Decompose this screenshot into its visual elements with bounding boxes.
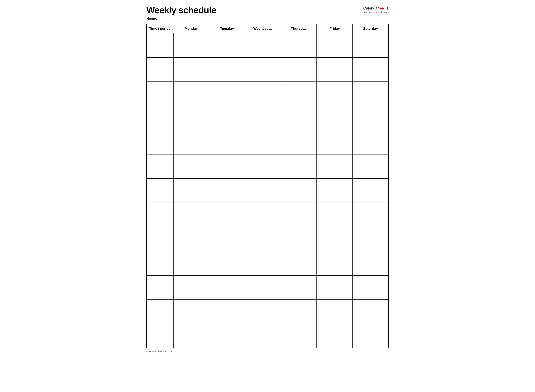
day-cell[interactable]	[281, 130, 317, 154]
day-cell[interactable]	[209, 82, 245, 106]
day-cell[interactable]	[353, 251, 389, 275]
day-cell[interactable]	[173, 203, 209, 227]
day-cell[interactable]	[353, 178, 389, 203]
day-cell[interactable]	[353, 82, 389, 106]
time-cell[interactable]	[146, 154, 173, 178]
col-header-saturday: Saturday	[353, 24, 389, 33]
day-cell[interactable]	[317, 203, 352, 227]
table-row	[146, 300, 389, 324]
day-cell[interactable]	[245, 130, 281, 154]
day-cell[interactable]	[173, 130, 209, 154]
day-cell[interactable]	[281, 154, 317, 178]
day-cell[interactable]	[353, 227, 389, 251]
day-cell[interactable]	[317, 275, 352, 300]
day-cell[interactable]	[281, 324, 317, 348]
day-cell[interactable]	[281, 106, 317, 130]
day-cell[interactable]	[245, 178, 281, 203]
day-cell[interactable]	[173, 106, 209, 130]
day-cell[interactable]	[353, 106, 389, 130]
day-cell[interactable]	[209, 33, 245, 57]
time-cell[interactable]	[146, 178, 173, 203]
col-header-wednesday: Wednesday	[245, 24, 281, 33]
day-cell[interactable]	[173, 227, 209, 251]
day-cell[interactable]	[353, 203, 389, 227]
day-cell[interactable]	[281, 203, 317, 227]
day-cell[interactable]	[245, 57, 281, 82]
day-cell[interactable]	[281, 227, 317, 251]
day-cell[interactable]	[173, 154, 209, 178]
day-cell[interactable]	[281, 251, 317, 275]
day-cell[interactable]	[173, 33, 209, 57]
day-cell[interactable]	[209, 154, 245, 178]
day-cell[interactable]	[353, 130, 389, 154]
day-cell[interactable]	[209, 251, 245, 275]
day-cell[interactable]	[317, 106, 352, 130]
day-cell[interactable]	[245, 82, 281, 106]
day-cell[interactable]	[353, 324, 389, 348]
day-cell[interactable]	[209, 300, 245, 324]
day-cell[interactable]	[209, 203, 245, 227]
day-cell[interactable]	[209, 130, 245, 154]
day-cell[interactable]	[245, 300, 281, 324]
day-cell[interactable]	[317, 154, 352, 178]
col-header-monday: Monday	[173, 24, 209, 33]
day-cell[interactable]	[281, 33, 317, 57]
day-cell[interactable]	[353, 57, 389, 82]
day-cell[interactable]	[173, 324, 209, 348]
time-cell[interactable]	[146, 33, 173, 57]
schedule-table: Time / period Monday Tuesday Wednesday T…	[146, 24, 389, 348]
time-cell[interactable]	[146, 275, 173, 300]
day-cell[interactable]	[173, 178, 209, 203]
day-cell[interactable]	[353, 300, 389, 324]
day-cell[interactable]	[209, 178, 245, 203]
day-cell[interactable]	[209, 324, 245, 348]
table-row	[146, 227, 389, 251]
day-cell[interactable]	[353, 154, 389, 178]
day-cell[interactable]	[209, 106, 245, 130]
day-cell[interactable]	[209, 275, 245, 300]
time-cell[interactable]	[146, 227, 173, 251]
day-cell[interactable]	[173, 82, 209, 106]
page-header: Weekly schedule Name: Calendarpedia Your…	[146, 5, 389, 20]
time-cell[interactable]	[146, 82, 173, 106]
day-cell[interactable]	[245, 227, 281, 251]
day-cell[interactable]	[245, 106, 281, 130]
day-cell[interactable]	[173, 57, 209, 82]
day-cell[interactable]	[173, 275, 209, 300]
table-row	[146, 275, 389, 300]
day-cell[interactable]	[245, 33, 281, 57]
day-cell[interactable]	[281, 178, 317, 203]
day-cell[interactable]	[317, 324, 352, 348]
day-cell[interactable]	[353, 33, 389, 57]
day-cell[interactable]	[173, 251, 209, 275]
day-cell[interactable]	[245, 251, 281, 275]
day-cell[interactable]	[209, 227, 245, 251]
day-cell[interactable]	[281, 275, 317, 300]
time-cell[interactable]	[146, 130, 173, 154]
day-cell[interactable]	[281, 57, 317, 82]
day-cell[interactable]	[317, 82, 352, 106]
day-cell[interactable]	[245, 203, 281, 227]
time-cell[interactable]	[146, 300, 173, 324]
day-cell[interactable]	[245, 275, 281, 300]
day-cell[interactable]	[317, 178, 352, 203]
day-cell[interactable]	[317, 251, 352, 275]
time-cell[interactable]	[146, 251, 173, 275]
day-cell[interactable]	[209, 57, 245, 82]
day-cell[interactable]	[353, 275, 389, 300]
day-cell[interactable]	[317, 300, 352, 324]
day-cell[interactable]	[245, 154, 281, 178]
time-cell[interactable]	[146, 324, 173, 348]
day-cell[interactable]	[245, 324, 281, 348]
day-cell[interactable]	[317, 57, 352, 82]
day-cell[interactable]	[281, 82, 317, 106]
time-cell[interactable]	[146, 57, 173, 82]
time-cell[interactable]	[146, 203, 173, 227]
day-cell[interactable]	[317, 130, 352, 154]
day-cell[interactable]	[281, 300, 317, 324]
day-cell[interactable]	[317, 227, 352, 251]
day-cell[interactable]	[173, 300, 209, 324]
logo-text: Calendarpedia	[363, 6, 389, 10]
day-cell[interactable]	[317, 33, 352, 57]
time-cell[interactable]	[146, 106, 173, 130]
